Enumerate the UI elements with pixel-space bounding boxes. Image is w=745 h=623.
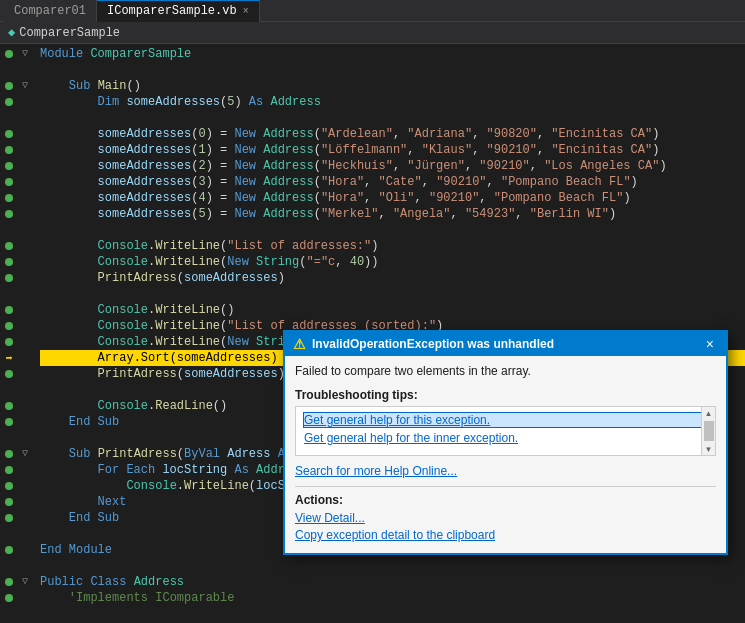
fold-30 <box>18 510 32 526</box>
breadcrumb-bar: ◆ ComparerSample <box>0 22 745 44</box>
fold-21 <box>18 366 32 382</box>
exception-dialog: ⚠ InvalidOperationException was unhandle… <box>283 330 728 555</box>
code-line-7: someAddresses(1) = New Address("Löffelma… <box>40 142 745 158</box>
indicator-32 <box>0 542 18 558</box>
indicator-8 <box>0 158 18 174</box>
code-line-11: someAddresses(5) = New Address("Merkel",… <box>40 206 745 222</box>
indicator-12 <box>0 222 18 238</box>
fold-column: ▽ ▽ ▽ ▽ <box>18 44 32 623</box>
tab-icomparersample[interactable]: IComparerSample.vb × <box>97 0 260 22</box>
indicator-34 <box>0 574 18 590</box>
scroll-down-arrow[interactable]: ▼ <box>703 443 715 455</box>
fold-32 <box>18 542 32 558</box>
fold-4 <box>18 94 32 110</box>
indicator-3 <box>0 78 18 94</box>
actions-title: Actions: <box>295 493 716 507</box>
copy-exception-link[interactable]: Copy exception detail to the clipboard <box>295 528 716 542</box>
code-line-10: someAddresses(4) = New Address("Hora", "… <box>40 190 745 206</box>
tab-close-icon[interactable]: × <box>243 6 249 17</box>
indicator-23 <box>0 398 18 414</box>
fold-10 <box>18 190 32 206</box>
dialog-title-left: ⚠ InvalidOperationException was unhandle… <box>293 336 554 352</box>
search-help-link[interactable]: Search for more Help Online... <box>295 464 716 478</box>
indicator-33 <box>0 558 18 574</box>
indicator-6 <box>0 126 18 142</box>
fold-26[interactable]: ▽ <box>18 446 32 462</box>
fold-16 <box>18 286 32 302</box>
indicator-14 <box>0 254 18 270</box>
code-line-35: 'Implements IComparable <box>40 590 745 606</box>
indicator-27 <box>0 462 18 478</box>
indicator-26 <box>0 446 18 462</box>
fold-31 <box>18 526 32 542</box>
tab-comparer01[interactable]: Comparer01 <box>4 0 97 22</box>
error-message: Failed to compare two elements in the ar… <box>295 364 716 378</box>
indicator-24 <box>0 414 18 430</box>
indicator-2 <box>0 62 18 78</box>
fold-6 <box>18 126 32 142</box>
fold-34[interactable]: ▽ <box>18 574 32 590</box>
indicator-30 <box>0 510 18 526</box>
fold-3[interactable]: ▽ <box>18 78 32 94</box>
line-indicators <box>0 44 18 623</box>
fold-29 <box>18 494 32 510</box>
indicator-5 <box>0 110 18 126</box>
dialog-title-bar: ⚠ InvalidOperationException was unhandle… <box>285 332 726 356</box>
indicator-9 <box>0 174 18 190</box>
tips-scrollbar: ▲ ▼ <box>701 407 715 455</box>
view-detail-link[interactable]: View Detail... <box>295 511 716 525</box>
fold-24 <box>18 414 32 430</box>
dialog-title-text: InvalidOperationException was unhandled <box>312 337 554 351</box>
dialog-close-button[interactable]: × <box>702 336 718 352</box>
indicator-1 <box>0 46 18 62</box>
code-line-17: Console.WriteLine() <box>40 302 745 318</box>
code-line-8: someAddresses(2) = New Address("Heckhuis… <box>40 158 745 174</box>
fold-35 <box>18 590 32 606</box>
indicator-31 <box>0 526 18 542</box>
scroll-up-arrow[interactable]: ▲ <box>703 407 715 419</box>
breadcrumb-text: ComparerSample <box>19 26 120 40</box>
code-line-9: someAddresses(3) = New Address("Hora", "… <box>40 174 745 190</box>
code-line-33 <box>40 558 745 574</box>
indicator-4 <box>0 94 18 110</box>
fold-2 <box>18 62 32 78</box>
breadcrumb-icon: ◆ <box>8 25 15 40</box>
troubleshooting-title: Troubleshooting tips: <box>295 388 716 402</box>
code-line-2 <box>40 62 745 78</box>
code-line-5 <box>40 110 745 126</box>
indicator-22 <box>0 382 18 398</box>
indicator-7 <box>0 142 18 158</box>
fold-7 <box>18 142 32 158</box>
indicator-21 <box>0 366 18 382</box>
indicator-28 <box>0 478 18 494</box>
code-line-1: Module ComparerSample <box>40 46 745 62</box>
indicator-15 <box>0 270 18 286</box>
code-line-15: PrintAdress(someAddresses) <box>40 270 745 286</box>
indicator-29 <box>0 494 18 510</box>
fold-27 <box>18 462 32 478</box>
actions-section: Actions: View Detail... Copy exception d… <box>295 486 716 542</box>
fold-8 <box>18 158 32 174</box>
indicator-20-arrow <box>0 350 18 366</box>
dialog-body: Failed to compare two elements in the ar… <box>285 356 726 553</box>
fold-28 <box>18 478 32 494</box>
tip-link-2[interactable]: Get general help for the inner exception… <box>304 431 707 445</box>
tip-link-1[interactable]: Get general help for this exception. <box>304 413 707 427</box>
code-line-3: Sub Main() <box>40 78 745 94</box>
fold-13 <box>18 238 32 254</box>
indicator-13 <box>0 238 18 254</box>
warning-icon: ⚠ <box>293 336 306 352</box>
fold-25 <box>18 430 32 446</box>
fold-17 <box>18 302 32 318</box>
fold-1[interactable]: ▽ <box>18 46 32 62</box>
title-bar: Comparer01 IComparerSample.vb × <box>0 0 745 22</box>
fold-14 <box>18 254 32 270</box>
scroll-thumb[interactable] <box>704 421 714 441</box>
fold-23 <box>18 398 32 414</box>
code-line-12 <box>40 222 745 238</box>
code-line-34: Public Class Address <box>40 574 745 590</box>
indicator-17 <box>0 302 18 318</box>
fold-19 <box>18 334 32 350</box>
indicator-19 <box>0 334 18 350</box>
indicator-18 <box>0 318 18 334</box>
